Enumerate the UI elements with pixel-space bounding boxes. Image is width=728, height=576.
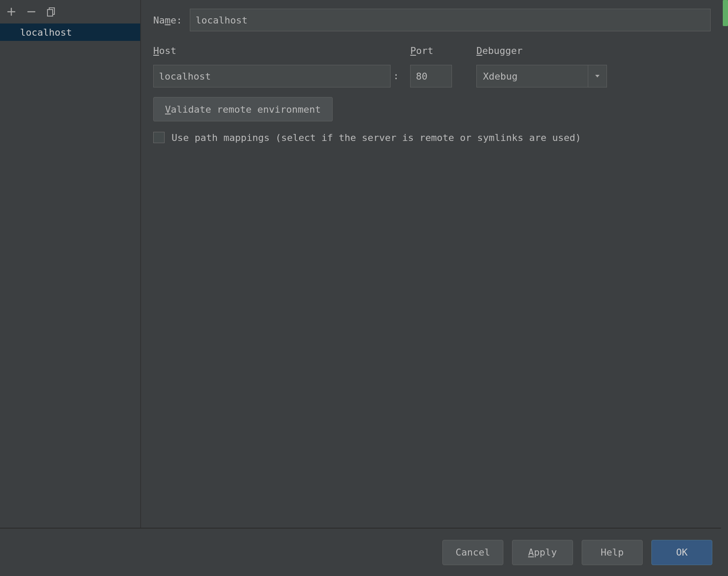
host-field: Host : (153, 45, 401, 87)
host-port-debugger-row: Host : Port Debugger (153, 45, 711, 87)
debugger-label-post: ebugger (482, 45, 523, 56)
help-button[interactable]: Help (582, 540, 643, 565)
validate-post: alidate remote environment (171, 104, 320, 115)
sidebar: localhost (0, 0, 141, 528)
name-row: Name: (153, 9, 711, 31)
host-label: Host (153, 45, 401, 56)
apply-post: pply (534, 547, 557, 558)
apply-mn: A (528, 547, 534, 558)
server-list: localhost (0, 23, 140, 528)
form-area: Name: Host : Port (141, 0, 728, 528)
server-list-item[interactable]: localhost (0, 23, 140, 41)
svg-rect-1 (47, 10, 53, 16)
scrollbar[interactable] (721, 0, 728, 576)
name-label-post: e: (171, 15, 182, 26)
debugger-dropdown-value: Xdebug (476, 65, 588, 87)
host-label-mn: H (153, 45, 159, 56)
port-field: Port (410, 45, 452, 87)
debugger-label-mn: D (476, 45, 482, 56)
apply-button[interactable]: Apply (512, 540, 573, 565)
name-label-pre: Na (153, 15, 165, 26)
add-icon[interactable] (5, 6, 17, 18)
validate-button[interactable]: Validate remote environment (153, 97, 333, 121)
cancel-button[interactable]: Cancel (442, 540, 503, 565)
debugger-field: Debugger Xdebug (476, 45, 607, 87)
cancel-label: Cancel (455, 547, 490, 558)
remove-icon[interactable] (25, 6, 37, 18)
port-label-mn: P (410, 45, 416, 56)
path-mappings-checkbox[interactable] (153, 132, 165, 143)
path-mappings-label: Use path mappings (select if the server … (172, 132, 581, 143)
help-label: Help (601, 547, 624, 558)
port-label-post: ort (416, 45, 434, 56)
host-input[interactable] (153, 65, 391, 87)
main-panel: localhost Name: Host : (0, 0, 728, 528)
chevron-down-icon[interactable] (588, 65, 607, 87)
name-label: Name: (153, 15, 182, 26)
sidebar-toolbar (0, 0, 140, 23)
host-port-separator: : (391, 65, 401, 87)
validate-mn: V (165, 104, 171, 115)
scrollbar-thumb[interactable] (723, 0, 728, 26)
ok-button[interactable]: OK (651, 540, 712, 565)
dialog-button-bar: Cancel Apply Help OK (0, 528, 728, 576)
name-label-mn: m (165, 15, 171, 26)
debugger-dropdown[interactable]: Xdebug (476, 65, 607, 87)
copy-icon[interactable] (45, 6, 57, 18)
path-mappings-row: Use path mappings (select if the server … (153, 132, 711, 143)
server-list-item-label: localhost (20, 27, 72, 38)
debugger-label: Debugger (476, 45, 607, 56)
ok-label: OK (676, 547, 688, 558)
validate-row: Validate remote environment (153, 97, 711, 132)
name-input[interactable] (190, 9, 711, 31)
host-label-post: ost (159, 45, 176, 56)
dialog-root: localhost Name: Host : (0, 0, 728, 576)
port-label: Port (410, 45, 452, 56)
port-input[interactable] (410, 65, 452, 87)
